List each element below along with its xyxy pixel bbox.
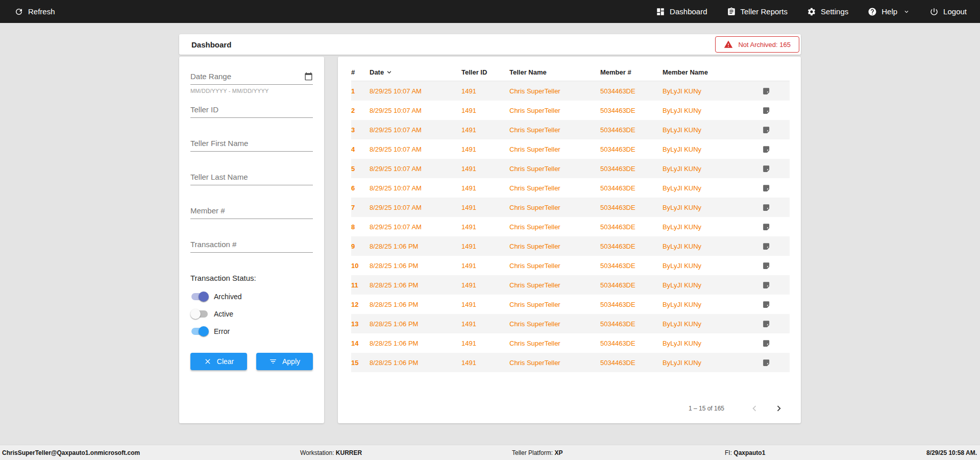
pagination-range-label: 1 – 15 of 165 [689,405,724,412]
date-cell: 8/29/25 10:07 AM [370,223,461,231]
column-header-number[interactable]: # [351,68,370,76]
table-row[interactable]: 138/28/25 1:06 PM1491Chris SuperTeller50… [351,314,790,333]
previous-page-button[interactable] [748,402,761,415]
clear-button-label: Clear [217,357,234,366]
note-icon[interactable] [762,184,790,192]
member-name-cell: ByLyJI KUNy [663,262,762,270]
date-range-field[interactable]: Date Range MM/DD/YYYY - MM/DD/YYYY [190,72,313,94]
next-page-button[interactable] [772,402,786,415]
table-row[interactable]: 88/29/25 10:07 AM1491Chris SuperTeller50… [351,217,790,236]
table-row[interactable]: 118/28/25 1:06 PM1491Chris SuperTeller50… [351,275,790,295]
date-cell: 8/28/25 1:06 PM [370,301,461,308]
toggle-thumb [199,326,209,336]
date-cell: 8/29/25 10:07 AM [370,184,461,192]
teller-platform-info: Teller Platform: XP [512,449,562,456]
row-number-cell: 15 [351,359,370,367]
row-number-cell: 7 [351,204,370,211]
member-number-cell: 5034463DE [600,320,663,328]
help-icon [868,7,877,16]
note-icon[interactable] [762,145,790,154]
teller-id-input[interactable]: Teller ID [190,105,218,114]
filter-panel: Date Range MM/DD/YYYY - MM/DD/YYYY Telle… [179,57,324,423]
teller-last-name-field[interactable]: Teller Last Name [190,173,313,185]
teller-id-field[interactable]: Teller ID [190,105,313,118]
note-icon[interactable] [762,281,790,289]
note-icon[interactable] [762,223,790,231]
teller-name-cell: Chris SuperTeller [509,87,600,95]
note-icon[interactable] [762,300,790,309]
table-row[interactable]: 38/29/25 10:07 AM1491Chris SuperTeller50… [351,120,790,139]
member-number-cell: 5034463DE [600,107,663,114]
note-icon[interactable] [762,242,790,251]
table-row[interactable]: 158/28/25 1:06 PM1491Chris SuperTeller50… [351,353,790,372]
toggle-thumb [199,292,209,302]
note-icon[interactable] [762,164,790,173]
apply-button[interactable]: Apply [256,353,313,370]
member-number-cell: 5034463DE [600,126,663,134]
member-field[interactable]: Member # [190,206,313,219]
clear-button[interactable]: Clear [190,353,247,370]
not-archived-badge[interactable]: Not Archived: 165 [715,36,799,53]
column-header-teller-id[interactable]: Teller ID [461,68,509,76]
not-archived-label: Not Archived: 165 [738,41,791,49]
table-row[interactable]: 98/28/25 1:06 PM1491Chris SuperTeller503… [351,236,790,256]
table-row[interactable]: 78/29/25 10:07 AM1491Chris SuperTeller50… [351,198,790,217]
note-icon[interactable] [762,339,790,348]
close-icon [204,357,212,366]
teller-name-cell: Chris SuperTeller [509,262,600,270]
teller-name-cell: Chris SuperTeller [509,359,600,367]
date-cell: 8/28/25 1:06 PM [370,320,461,328]
table-row[interactable]: 128/28/25 1:06 PM1491Chris SuperTeller50… [351,295,790,314]
column-header-date[interactable]: Date [370,68,461,76]
member-number-cell: 5034463DE [600,340,663,347]
table-row[interactable]: 68/29/25 10:07 AM1491Chris SuperTeller50… [351,178,790,198]
note-icon[interactable] [762,126,790,134]
member-number-cell: 5034463DE [600,359,663,367]
archived-toggle[interactable] [190,292,209,302]
nav-help-label: Help [881,7,897,16]
table-row[interactable]: 108/28/25 1:06 PM1491Chris SuperTeller50… [351,256,790,275]
member-input[interactable]: Member # [190,206,225,215]
nav-dashboard[interactable]: Dashboard [656,7,707,16]
teller-last-name-input[interactable]: Teller Last Name [190,173,248,181]
calendar-icon[interactable] [304,72,313,81]
column-header-teller-name[interactable]: Teller Name [509,68,600,76]
note-icon[interactable] [762,320,790,328]
transaction-status-label: Transaction Status: [190,274,313,282]
note-icon[interactable] [762,87,790,95]
note-icon[interactable] [762,106,790,115]
note-icon[interactable] [762,203,790,212]
row-number-cell: 12 [351,301,370,308]
error-toggle[interactable] [190,326,209,336]
nav-help[interactable]: Help [868,7,910,16]
member-name-cell: ByLyJI KUNy [663,359,762,367]
nav-settings[interactable]: Settings [807,7,848,16]
note-icon[interactable] [762,358,790,367]
teller-id-cell: 1491 [461,107,509,114]
refresh-button[interactable]: Refresh [14,7,55,16]
teller-first-name-field[interactable]: Teller First Name [190,139,313,152]
teller-first-name-input[interactable]: Teller First Name [190,139,248,148]
table-row[interactable]: 58/29/25 10:07 AM1491Chris SuperTeller50… [351,159,790,178]
teller-id-cell: 1491 [461,359,509,367]
column-header-member-number[interactable]: Member # [600,68,663,76]
table-body: 18/29/25 10:07 AM1491Chris SuperTeller50… [351,81,790,372]
note-icon[interactable] [762,261,790,270]
table-row[interactable]: 148/28/25 1:06 PM1491Chris SuperTeller50… [351,333,790,353]
row-number-cell: 1 [351,87,370,95]
transaction-field[interactable]: Transaction # [190,240,313,253]
table-row[interactable]: 28/29/25 10:07 AM1491Chris SuperTeller50… [351,101,790,120]
active-toggle[interactable] [190,309,209,319]
transaction-input[interactable]: Transaction # [190,240,236,249]
nav-logout[interactable]: Logout [929,7,967,16]
nav-teller-reports[interactable]: Teller Reports [727,7,788,16]
table-row[interactable]: 18/29/25 10:07 AM1491Chris SuperTeller50… [351,81,790,101]
table-row[interactable]: 48/29/25 10:07 AM1491Chris SuperTeller50… [351,139,790,159]
date-range-input[interactable]: Date Range [190,72,231,81]
member-number-cell: 5034463DE [600,281,663,289]
status-bar: ChrisSuperTeller@Qaxpauto1.onmicrosoft.c… [0,445,980,460]
teller-name-cell: Chris SuperTeller [509,165,600,173]
teller-id-cell: 1491 [461,262,509,270]
top-navigation-bar: Refresh Dashboard Teller Reports Setting… [0,0,980,23]
column-header-member-name[interactable]: Member Name [663,68,762,76]
